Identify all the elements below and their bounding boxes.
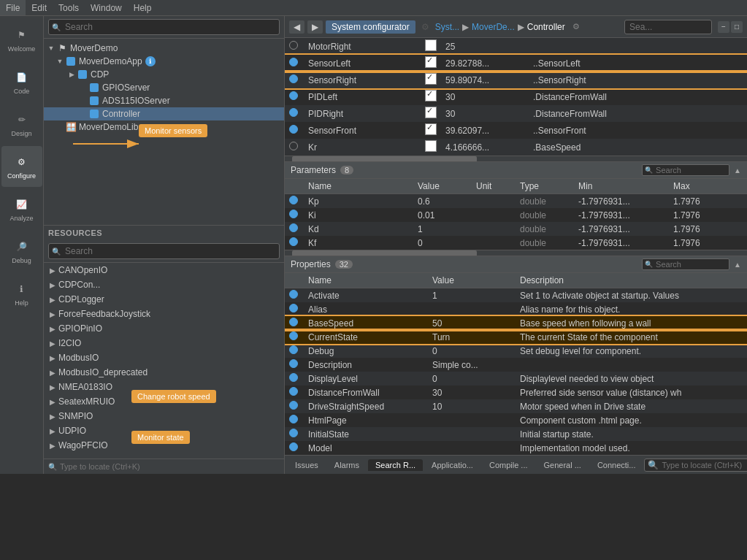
params-col-name[interactable]: Name <box>304 179 413 194</box>
maximize-button[interactable]: □ <box>731 21 743 33</box>
params-col-unit[interactable]: Unit <box>472 179 516 194</box>
nav-forward-button[interactable]: ▶ <box>307 20 323 34</box>
menu-window[interactable]: Window <box>85 0 128 15</box>
sidebar-btn-code[interactable]: 📄 Code <box>1 61 42 102</box>
params-col-max[interactable]: Max <box>669 179 747 194</box>
tree-item-controller[interactable]: ▶ Controller <box>44 107 284 120</box>
sidebar-btn-design[interactable]: ✏ Design <box>1 104 42 145</box>
signal-sensorleft[interactable]: SensorLeft 29.82788... ..SensorLeft <box>285 55 747 72</box>
resource-modbusio[interactable]: ▶ModbusIO <box>44 350 284 365</box>
signal-sensorright[interactable]: SensorRight 59.89074... ..SensorRight <box>285 72 747 88</box>
menu-file[interactable]: File <box>0 0 26 15</box>
tab-alarms[interactable]: Alarms <box>327 459 367 471</box>
param-kd[interactable]: Kd 1 double -1.7976931... 1.7976 <box>285 222 747 236</box>
tab-search[interactable]: Search R... <box>368 459 423 471</box>
menu-tools[interactable]: Tools <box>53 0 85 15</box>
props-col-name[interactable]: Name <box>304 273 428 288</box>
resource-snmpio[interactable]: ▶SNMPIO <box>44 409 284 423</box>
signal-circle-pidleft <box>289 91 298 100</box>
prop-initialstate[interactable]: InitialState Initial startup state. <box>285 427 747 441</box>
checkbox-kr[interactable] <box>425 140 437 152</box>
prop-activate[interactable]: Activate 1 Set 1 to Activate object at s… <box>285 288 747 303</box>
prop-currentstate[interactable]: CurrentState Turn The current State of t… <box>285 330 747 344</box>
config-dropdown[interactable]: System configurator <box>326 20 415 34</box>
param-ki[interactable]: Ki 0.01 double -1.7976931... 1.7976 <box>285 208 747 222</box>
resource-gpiopin[interactable]: ▶GPIOPinIO <box>44 321 284 336</box>
nav-back-button[interactable]: ◀ <box>289 20 304 34</box>
prop-htmlpage[interactable]: HtmlPage Component custom .html page. <box>285 413 747 427</box>
sidebar-btn-analyze[interactable]: 📈 Analyze <box>1 188 42 229</box>
checkbox-motorright[interactable] <box>425 39 437 51</box>
properties-area: Name Value Description Activate 1 Set 1 … <box>285 273 747 455</box>
parameters-search-input[interactable] <box>642 164 729 176</box>
parameters-collapse-btn[interactable]: ▲ <box>734 166 741 174</box>
signal-circle-sensorleft <box>289 58 298 66</box>
sidebar-btn-debug[interactable]: 🔎 Debug <box>1 231 42 272</box>
sidebar-btn-help[interactable]: ℹ Help <box>1 273 42 314</box>
props-col-value[interactable]: Value <box>428 273 516 288</box>
prop-description[interactable]: Description Simple co... <box>285 358 747 372</box>
param-kp[interactable]: Kp 0.6 double -1.7976931... 1.7976 <box>285 194 747 209</box>
checkbox-sensorright[interactable] <box>425 73 437 85</box>
sidebar-btn-configure[interactable]: ⚙ Configure <box>1 146 42 187</box>
resource-modbusio-dep[interactable]: ▶ModbusIO_deprecated <box>44 365 284 380</box>
properties-table-wrap: Name Value Description Activate 1 Set 1 … <box>285 273 747 455</box>
properties-badge: 32 <box>335 260 353 269</box>
breadcrumb-syst[interactable]: Syst... <box>435 22 459 32</box>
resource-canopenio[interactable]: ▶CANOpenIO <box>44 263 284 277</box>
resource-force[interactable]: ▶ForceFeedbackJoystick <box>44 307 284 321</box>
resource-cdplogger[interactable]: ▶CDPLogger <box>44 292 284 307</box>
prop-debug[interactable]: Debug 0 Set debug level for component. <box>285 344 747 358</box>
checkbox-sensorfront[interactable] <box>425 123 437 135</box>
signal-circle-sensorfront <box>289 125 298 134</box>
tab-issues[interactable]: Issues <box>288 459 326 471</box>
minimize-button[interactable]: − <box>718 21 729 33</box>
prop-drivestraightspeed[interactable]: DriveStraightSpeed 10 Motor speed when i… <box>285 399 747 413</box>
tree-item-moverdemo[interactable]: ▼ ⚑ MoverDemo <box>44 42 284 55</box>
tab-application[interactable]: Applicatio... <box>424 459 480 471</box>
resource-cdpcon[interactable]: ▶CDPCon... <box>44 277 284 292</box>
icon-sidebar: ⚑ Welcome 📄 Code ✏ Design ⚙ Configure 📈 … <box>0 16 44 474</box>
resources-search-input[interactable] <box>48 243 280 259</box>
tab-connectivity[interactable]: Connecti... <box>590 459 643 471</box>
checkbox-sensorleft[interactable] <box>425 56 437 68</box>
params-col-value[interactable]: Value <box>413 179 472 194</box>
properties-search-input[interactable] <box>642 258 729 270</box>
parameters-header: Parameters 8 ▲ <box>285 161 747 179</box>
menu-edit[interactable]: Edit <box>26 0 53 15</box>
props-col-desc[interactable]: Description <box>516 273 747 288</box>
breadcrumb-moverdem[interactable]: MoverDe... <box>472 22 515 32</box>
prop-distancefromwall[interactable]: DistanceFromWall 30 Preferred side senso… <box>285 386 747 399</box>
tree-item-adsserver[interactable]: ▶ ADS115IOServer <box>44 94 284 107</box>
tab-general[interactable]: General ... <box>537 459 589 471</box>
menu-help[interactable]: Help <box>128 0 158 15</box>
prop-basespeed[interactable]: BaseSpeed 50 Base speed when following a… <box>285 316 747 330</box>
app-root: File Edit Tools Window Help ⚑ Welcome 📄 … <box>0 0 747 474</box>
tree-search-input[interactable] <box>48 19 280 35</box>
sidebar-btn-welcome[interactable]: ⚑ Welcome <box>1 19 42 60</box>
prop-alias[interactable]: Alias Alias name for this object. <box>285 302 747 316</box>
top-search-input[interactable] <box>624 20 712 34</box>
resource-i2cio[interactable]: ▶I2CIO <box>44 336 284 350</box>
checkbox-pidleft[interactable] <box>425 90 437 101</box>
tree-item-movedemoapp[interactable]: ▼ MoverDemoApp ℹ <box>44 55 284 68</box>
locate-bottom-input[interactable] <box>662 461 747 469</box>
signal-pidleft[interactable]: PIDLeft 30 .DistanceFromWall <box>285 88 747 105</box>
signal-motorright[interactable]: MotorRight 25 <box>285 38 747 55</box>
params-col-min[interactable]: Min <box>574 179 669 194</box>
properties-collapse-btn[interactable]: ▲ <box>734 261 741 269</box>
params-col-type[interactable]: Type <box>516 179 574 194</box>
locate-input[interactable] <box>60 462 280 471</box>
tree-arrow-moverdemo[interactable]: ▼ <box>47 44 55 53</box>
prop-displaylevel[interactable]: DisplayLevel 0 Displaylevel needed to vi… <box>285 372 747 386</box>
tab-compile[interactable]: Compile ... <box>482 459 535 471</box>
checkbox-pidright[interactable] <box>425 107 437 118</box>
signal-pidright[interactable]: PIDRight 30 .DistanceFromWall <box>285 105 747 122</box>
tree-item-gpioserver[interactable]: ▶ GPIOServer <box>44 81 284 94</box>
tree-item-cdp[interactable]: ▶ CDP <box>44 68 284 81</box>
signal-kr[interactable]: Kr 4.166666... .BaseSpeed <box>285 139 747 156</box>
prop-model[interactable]: Model Implementation model used. <box>285 441 747 455</box>
param-kf[interactable]: Kf 0 double -1.7976931... 1.7976 <box>285 236 747 250</box>
annotation-change-speed: Change robot speed <box>131 390 216 403</box>
signal-sensorfront[interactable]: SensorFront 39.62097... ..SensorFront <box>285 122 747 139</box>
